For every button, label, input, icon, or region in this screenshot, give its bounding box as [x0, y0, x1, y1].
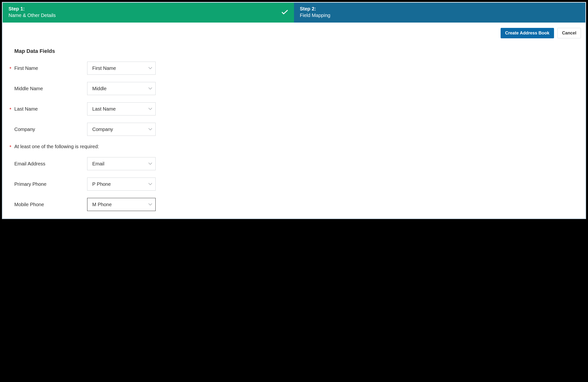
- middle-name-select-value: Middle: [92, 86, 106, 92]
- email-select-wrap: Email: [87, 157, 156, 170]
- company-select-value: Company: [92, 127, 113, 132]
- required-placeholder: [9, 184, 14, 185]
- create-address-book-button[interactable]: Create Address Book: [501, 28, 554, 38]
- step-1-subtitle: Name & Other Details: [8, 13, 56, 18]
- cancel-button[interactable]: Cancel: [557, 28, 581, 38]
- step-2[interactable]: Step 2: Field Mapping: [294, 3, 585, 22]
- section-title: Map Data Fields: [14, 48, 579, 54]
- note-row: * At least one of the following is requi…: [9, 143, 579, 150]
- first-name-select-wrap: First Name: [87, 62, 156, 75]
- step-2-title: Step 2:: [300, 6, 580, 12]
- step-1-title: Step 1:: [8, 6, 56, 12]
- field-row-email: Email Address Email: [9, 157, 579, 170]
- first-name-select-value: First Name: [92, 65, 116, 71]
- required-asterisk: *: [9, 65, 14, 72]
- step-1-text: Step 1: Name & Other Details: [8, 6, 56, 18]
- required-asterisk: *: [9, 143, 14, 150]
- middle-name-select-wrap: Middle: [87, 82, 156, 95]
- primary-phone-select-value: P Phone: [92, 181, 111, 187]
- field-row-company: Company Company: [9, 123, 579, 136]
- last-name-label: Last Name: [14, 106, 87, 112]
- last-name-select-wrap: Last Name: [87, 102, 156, 115]
- note-text: At least one of the following is require…: [14, 143, 150, 150]
- company-select-wrap: Company: [87, 123, 156, 136]
- primary-phone-label: Primary Phone: [14, 181, 87, 187]
- last-name-select-value: Last Name: [92, 106, 116, 112]
- company-select[interactable]: Company: [87, 123, 156, 136]
- email-label: Email Address: [14, 161, 87, 167]
- field-row-last-name: * Last Name Last Name: [9, 102, 579, 115]
- mobile-phone-label: Mobile Phone: [14, 202, 87, 207]
- required-placeholder: [9, 129, 14, 130]
- last-name-select[interactable]: Last Name: [87, 102, 156, 115]
- first-name-label: First Name: [14, 65, 87, 71]
- form-area: Map Data Fields * First Name First Name …: [3, 38, 585, 218]
- email-select-value: Email: [92, 161, 105, 167]
- mobile-phone-select-value: M Phone: [92, 202, 112, 207]
- mobile-phone-select[interactable]: M Phone: [87, 198, 156, 211]
- field-row-middle-name: Middle Name Middle: [9, 82, 579, 95]
- field-row-primary-phone: Primary Phone P Phone: [9, 177, 579, 191]
- required-asterisk: *: [9, 106, 14, 112]
- required-placeholder: [9, 204, 14, 205]
- app-frame: Step 1: Name & Other Details Step 2: Fie…: [2, 2, 586, 219]
- steps-bar: Step 1: Name & Other Details Step 2: Fie…: [3, 3, 585, 22]
- mobile-phone-select-wrap: M Phone: [87, 198, 156, 211]
- first-name-select[interactable]: First Name: [87, 62, 156, 75]
- middle-name-select[interactable]: Middle: [87, 82, 156, 95]
- step-1[interactable]: Step 1: Name & Other Details: [3, 3, 294, 22]
- company-label: Company: [14, 127, 87, 132]
- field-row-mobile-phone: Mobile Phone M Phone: [9, 198, 579, 211]
- check-icon: [281, 9, 288, 15]
- email-select[interactable]: Email: [87, 157, 156, 170]
- required-placeholder: [9, 163, 14, 164]
- primary-phone-select-wrap: P Phone: [87, 177, 156, 191]
- action-bar: Create Address Book Cancel: [3, 22, 585, 38]
- middle-name-label: Middle Name: [14, 86, 87, 92]
- step-2-subtitle: Field Mapping: [300, 13, 580, 18]
- primary-phone-select[interactable]: P Phone: [87, 177, 156, 191]
- field-row-first-name: * First Name First Name: [9, 62, 579, 75]
- required-placeholder: [9, 88, 14, 89]
